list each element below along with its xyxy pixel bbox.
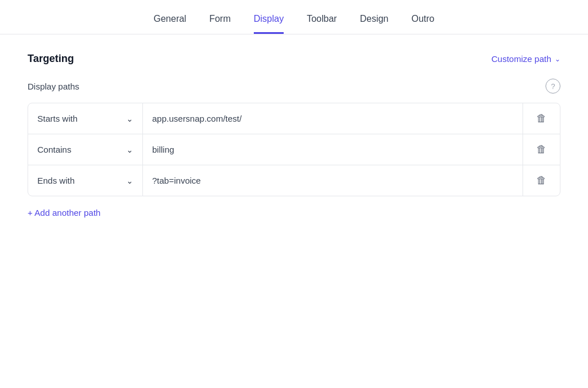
add-another-path-button[interactable]: + Add another path (28, 208, 100, 218)
tab-general[interactable]: General (153, 14, 186, 34)
chevron-down-icon: ⌄ (555, 55, 560, 63)
path-value-input-1[interactable] (152, 103, 513, 134)
tab-outro[interactable]: Outro (412, 14, 435, 34)
help-icon[interactable]: ? (546, 79, 560, 94)
path-value-cell-1 (143, 103, 523, 134)
customize-path-label: Customize path (492, 54, 551, 64)
path-delete-button-1[interactable]: 🗑 (523, 103, 560, 134)
targeting-header: Targeting Customize path ⌄ (28, 53, 560, 65)
trash-icon: 🗑 (536, 112, 547, 125)
tabs-nav: General Form Display Toolbar Design Outr… (0, 0, 588, 34)
path-row: Contains ⌄ 🗑 (28, 134, 560, 165)
path-value-cell-2 (143, 134, 523, 165)
path-row: Ends with ⌄ 🗑 (28, 165, 560, 196)
main-container: General Form Display Toolbar Design Outr… (0, 0, 588, 388)
trash-icon: 🗑 (536, 143, 547, 156)
chevron-down-icon: ⌄ (126, 114, 133, 123)
path-value-input-2[interactable] (152, 134, 513, 165)
tab-form[interactable]: Form (209, 14, 230, 34)
path-type-label: Ends with (37, 176, 75, 185)
path-type-label: Starts with (37, 114, 78, 123)
chevron-down-icon: ⌄ (126, 145, 133, 154)
main-content: Targeting Customize path ⌄ Display paths… (0, 34, 588, 236)
tab-display[interactable]: Display (254, 14, 284, 34)
trash-icon: 🗑 (536, 174, 547, 187)
paths-container: Starts with ⌄ 🗑 Contains ⌄ (28, 103, 560, 196)
display-paths-header: Display paths ? (28, 79, 560, 94)
chevron-down-icon: ⌄ (126, 176, 133, 185)
targeting-title: Targeting (28, 53, 74, 65)
customize-path-button[interactable]: Customize path ⌄ (492, 54, 560, 64)
path-value-input-3[interactable] (152, 165, 513, 196)
path-delete-button-3[interactable]: 🗑 (523, 165, 560, 196)
path-row: Starts with ⌄ 🗑 (28, 103, 560, 134)
path-value-cell-3 (143, 165, 523, 196)
tab-toolbar[interactable]: Toolbar (307, 14, 336, 34)
path-type-starts-with[interactable]: Starts with ⌄ (28, 103, 143, 134)
display-paths-label: Display paths (28, 82, 79, 91)
path-type-ends-with[interactable]: Ends with ⌄ (28, 165, 143, 196)
path-type-contains[interactable]: Contains ⌄ (28, 134, 143, 165)
path-delete-button-2[interactable]: 🗑 (523, 134, 560, 165)
tab-design[interactable]: Design (360, 14, 389, 34)
path-type-label: Contains (37, 145, 71, 154)
